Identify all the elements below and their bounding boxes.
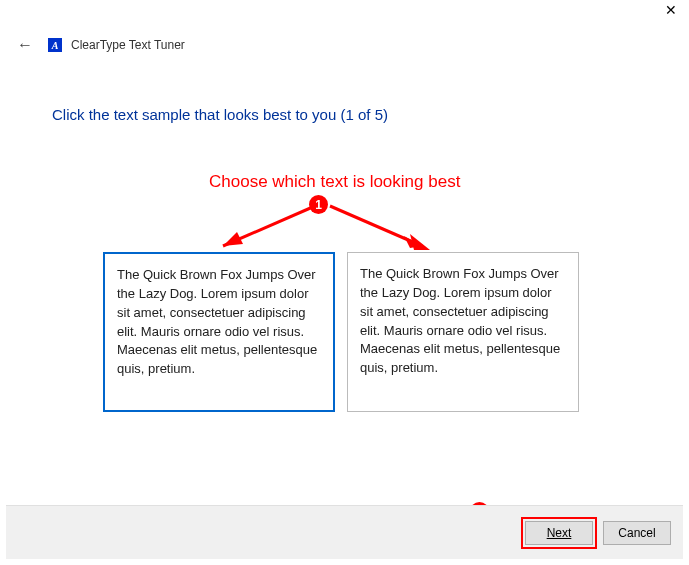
svg-line-2: [330, 206, 422, 246]
nav-row: ← A ClearType Text Tuner: [0, 28, 689, 58]
svg-marker-1: [223, 232, 243, 246]
titlebar: ✕: [0, 0, 689, 28]
annotation-arrow-right-icon: [322, 198, 442, 258]
sample-row: The Quick Brown Fox Jumps Over the Lazy …: [103, 252, 579, 412]
svg-line-0: [223, 206, 315, 246]
annotation-arrow-left-icon: [205, 198, 325, 258]
annotation-instruction: Choose which text is looking best: [209, 172, 460, 192]
window-title: ClearType Text Tuner: [71, 38, 185, 52]
page-heading: Click the text sample that looks best to…: [0, 58, 689, 123]
app-icon: A: [47, 37, 63, 53]
svg-marker-3: [404, 236, 422, 248]
close-icon[interactable]: ✕: [665, 4, 677, 16]
annotation-marker-1: 1: [309, 195, 328, 214]
svg-marker-4: [410, 234, 430, 250]
text-sample-1[interactable]: The Quick Brown Fox Jumps Over the Lazy …: [103, 252, 335, 412]
cancel-button[interactable]: Cancel: [603, 521, 671, 545]
content-area: Click the text sample that looks best to…: [0, 58, 689, 123]
next-button[interactable]: Next: [525, 521, 593, 545]
text-sample-2[interactable]: The Quick Brown Fox Jumps Over the Lazy …: [347, 252, 579, 412]
footer-bar: Next Cancel: [6, 505, 683, 559]
back-arrow-icon[interactable]: ←: [17, 36, 33, 54]
